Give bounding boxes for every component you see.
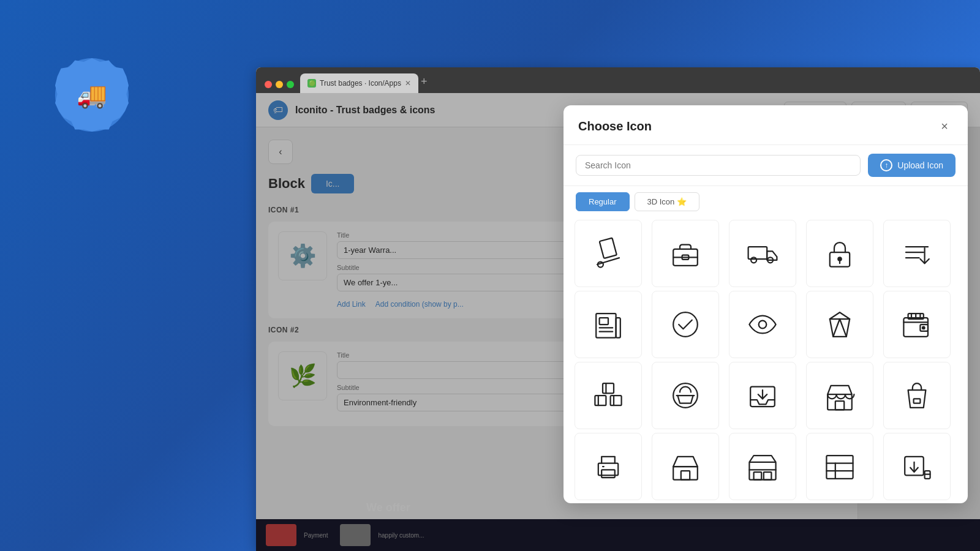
filter-tabs: Regular 3D Icon ⭐ [564,186,968,211]
svg-point-20 [673,312,698,337]
svg-rect-50 [681,471,690,479]
modal-header: Choose Icon × [564,105,968,145]
tab-close-button[interactable]: ✕ [405,79,411,88]
svg-marker-22 [830,312,850,337]
padlock-icon-cell[interactable] [806,220,873,287]
inbox-download-icon-cell[interactable] [729,362,796,429]
svg-rect-19 [616,318,620,337]
svg-rect-53 [754,472,762,480]
svg-rect-33 [603,383,614,393]
icons-grid [564,211,968,503]
svg-line-25 [840,319,846,337]
modal-title: Choose Icon [578,119,652,133]
svg-point-28 [922,327,925,329]
modal-toolbar: ↑ Upload Icon [564,145,968,186]
delivery-truck-icon-cell[interactable] [729,220,796,287]
svg-point-7 [751,257,756,263]
eye-icon-cell[interactable] [729,291,796,358]
printer-icon-cell[interactable] [575,433,642,500]
svg-line-24 [833,319,840,337]
storefront-icon-cell[interactable] [652,433,719,500]
shopping-bag-icon-cell[interactable] [883,362,951,429]
boxes-icon-cell[interactable] [575,362,642,429]
svg-rect-44 [914,399,921,403]
badge-logo: 🚚 [55,58,129,132]
modal-overlay: Choose Icon × ↑ Upload Icon Regular 3D I… [256,93,980,551]
choose-icon-modal: Choose Icon × ↑ Upload Icon Regular 3D I… [564,105,968,503]
svg-rect-16 [600,318,608,324]
search-icon-input[interactable] [576,155,861,176]
tab-favicon: 🟢 [307,79,316,88]
basket-circle-icon-cell[interactable] [652,362,719,429]
modal-close-button[interactable]: × [936,118,953,135]
close-window-btn[interactable] [265,81,272,88]
briefcase-icon-cell[interactable] [652,220,719,287]
upload-icon-button[interactable]: ↑ Upload Icon [868,154,956,177]
tab-label: Trust badges · Icon/Apps [320,79,401,88]
newspaper-icon-cell[interactable] [575,291,642,358]
sort-list-icon-cell[interactable] [883,220,951,287]
svg-rect-43 [835,401,844,410]
svg-rect-42 [827,394,852,410]
maximize-window-btn[interactable] [287,81,294,88]
svg-rect-15 [596,313,616,338]
svg-rect-35 [595,395,606,405]
svg-rect-48 [673,467,698,480]
wallet-icon-cell[interactable] [883,291,951,358]
browser-tab[interactable]: 🟢 Trust badges · Icon/Apps ✕ [300,73,418,93]
diamond-icon-cell[interactable] [806,291,873,358]
minimize-window-btn[interactable] [276,81,283,88]
shop-icon-cell[interactable] [806,362,873,429]
table-list-icon-cell[interactable] [806,433,873,500]
browser-content: 🏷 Iconito - Trust badges & icons ⊞ Dashb… [256,93,980,551]
arrow-down2-icon-cell[interactable] [883,433,951,500]
svg-point-21 [759,321,767,329]
window-controls [262,81,298,93]
search-input-wrap [576,155,861,176]
store2-icon-cell[interactable] [729,433,796,500]
upload-arrow-icon: ↑ [880,159,892,171]
svg-rect-0 [600,238,617,258]
svg-rect-37 [611,395,622,405]
filter-tab-regular[interactable]: Regular [576,192,630,211]
hand-truck-icon-cell[interactable] [575,220,642,287]
checkmark-circle-icon-cell[interactable] [652,291,719,358]
svg-rect-55 [826,455,853,479]
svg-rect-54 [764,472,772,480]
new-tab-button[interactable]: + [421,75,428,93]
svg-rect-6 [748,247,767,259]
badge-truck-icon: 🚚 [77,81,107,110]
svg-rect-46 [601,470,615,478]
browser-window: 🟢 Trust badges · Icon/Apps ✕ + 🏷 Iconito… [256,67,980,551]
tab-bar: 🟢 Trust badges · Icon/Apps ✕ + [256,67,980,93]
filter-tab-3d[interactable]: 3D Icon ⭐ [635,192,699,211]
